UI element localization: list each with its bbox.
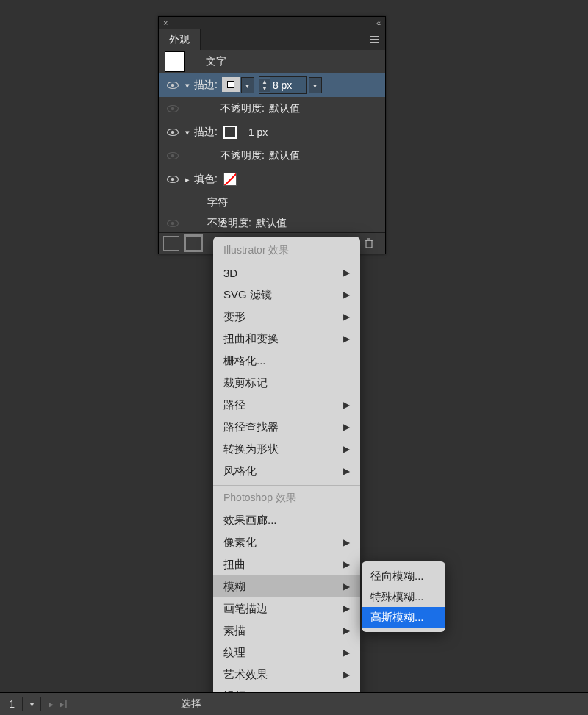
chevron-right-icon[interactable]: ▸ [181, 175, 194, 184]
fill-label: 填色: [194, 173, 218, 186]
footer-button-2[interactable] [184, 234, 203, 252]
menu-item[interactable]: 画笔描边▶ [213, 597, 360, 619]
menu-item[interactable]: 扭曲▶ [213, 553, 360, 575]
trash-icon[interactable] [362, 237, 376, 250]
submenu-arrow-icon: ▶ [343, 400, 350, 410]
menu-item-label: 画笔描边 [223, 602, 268, 616]
opacity-label: 不透明度: [220, 149, 265, 162]
appearance-panel: × « 外观 文字 ▾ 描边: ▾ ▲ ▼ ▾ [158, 16, 386, 254]
footer-button-1[interactable] [163, 236, 179, 251]
svg-point-12 [171, 178, 175, 182]
row-fill[interactable]: ▸ 填色: [159, 168, 385, 191]
fill-color-swatch-none[interactable] [223, 173, 237, 186]
menu-item[interactable]: 风格化▶ [213, 460, 360, 482]
menu-item[interactable]: 栅格化... [213, 350, 360, 372]
submenu-arrow-icon: ▶ [343, 444, 350, 454]
menu-item[interactable]: 扭曲和变换▶ [213, 328, 360, 350]
chevron-down-icon[interactable]: ▾ [181, 81, 194, 90]
menu-item[interactable]: 转换为形状▶ [213, 438, 360, 460]
menu-item[interactable]: 路径查找器▶ [213, 416, 360, 438]
menu-item[interactable]: SVG 滤镜▶ [213, 284, 360, 306]
visibility-icon[interactable] [165, 219, 181, 228]
menu-item-label: 效果画廊... [223, 514, 277, 528]
collapse-icon[interactable]: « [376, 18, 381, 27]
svg-point-4 [171, 84, 175, 87]
submenu-arrow-icon: ▶ [343, 581, 350, 592]
submenu-item[interactable]: 高斯模糊... [362, 607, 445, 628]
panel-menu-button[interactable] [365, 29, 385, 50]
submenu-arrow-icon: ▶ [343, 603, 350, 614]
menu-section-header-photoshop: Photoshop 效果 [213, 489, 360, 509]
stroke-width-dropdown[interactable]: ▾ [309, 77, 322, 93]
swatch-thumbnail [165, 51, 185, 72]
submenu-item[interactable]: 径向模糊... [362, 566, 445, 586]
row-text-type[interactable]: 文字 [159, 50, 385, 73]
menu-item-label: 转换为形状 [223, 442, 279, 456]
status-label: 选择 [181, 697, 201, 711]
submenu-item[interactable]: 特殊模糊... [362, 586, 445, 607]
menu-item[interactable]: 变形▶ [213, 306, 360, 328]
nav-prev-icon[interactable]: ▸ [46, 698, 57, 710]
menu-separator [213, 485, 360, 486]
menu-item-label: 扭曲和变换 [223, 332, 279, 346]
svg-point-14 [171, 222, 175, 226]
menu-item-label: 路径 [223, 398, 245, 412]
artboard-number: 1 [0, 698, 18, 710]
menu-item-label: 裁剪标记 [223, 376, 268, 390]
row-stroke-1[interactable]: ▾ 描边: ▾ ▲ ▼ ▾ [159, 73, 385, 97]
row-opacity-2[interactable]: ▾ 不透明度: 默认值 [159, 144, 385, 168]
panel-tabs: 外观 [159, 29, 385, 50]
artboard-dropdown[interactable]: ▾ [22, 697, 41, 711]
menu-item-label: SVG 滤镜 [223, 288, 272, 302]
visibility-icon[interactable] [165, 175, 181, 184]
menu-item[interactable]: 路径▶ [213, 394, 360, 416]
menu-item[interactable]: 模糊▶ [213, 575, 360, 597]
submenu-arrow-icon: ▶ [343, 334, 350, 344]
stroke-width-input[interactable] [270, 77, 306, 93]
blur-submenu: 径向模糊...特殊模糊...高斯模糊... [362, 561, 445, 632]
submenu-arrow-icon: ▶ [343, 290, 350, 300]
visibility-icon[interactable] [165, 128, 181, 137]
submenu-arrow-icon: ▶ [343, 422, 350, 432]
svg-rect-15 [366, 240, 372, 248]
tab-appearance[interactable]: 外观 [159, 29, 201, 50]
stepper-down-icon[interactable]: ▼ [259, 85, 270, 92]
menu-item-label: 扭曲 [223, 558, 245, 572]
row-stroke-2[interactable]: ▾ 描边: 1 px [159, 121, 385, 144]
opacity-value: 默认值 [269, 149, 300, 162]
opacity-value: 默认值 [269, 102, 300, 115]
menu-item[interactable]: 艺术效果▶ [213, 664, 360, 686]
row-glyphs[interactable]: ▾ 字符 [159, 191, 385, 215]
menu-item[interactable]: 效果画廊... [213, 509, 360, 531]
close-icon[interactable]: × [163, 18, 168, 27]
stepper-up-icon[interactable]: ▲ [259, 79, 270, 85]
menu-item[interactable]: 素描▶ [213, 619, 360, 642]
menu-item[interactable]: 裁剪标记 [213, 372, 360, 394]
menu-section-header-illustrator: Illustrator 效果 [213, 241, 360, 262]
menu-item-label: 像素化 [223, 536, 257, 550]
menu-item-label: 变形 [223, 310, 245, 324]
visibility-icon[interactable] [165, 151, 181, 160]
row-opacity-1[interactable]: ▾ 不透明度: 默认值 [159, 97, 385, 121]
menu-item[interactable]: 像素化▶ [213, 531, 360, 553]
stroke-label: 描边: [194, 126, 218, 139]
stroke-color-swatch[interactable] [222, 77, 240, 92]
svg-point-10 [171, 154, 175, 158]
opacity-label: 不透明度: [207, 217, 251, 230]
menu-item-label: 模糊 [223, 580, 245, 594]
stroke-width-value: 1 px [248, 126, 268, 138]
chevron-down-icon[interactable]: ▾ [181, 128, 194, 137]
visibility-icon[interactable] [165, 104, 181, 113]
submenu-arrow-icon: ▶ [343, 312, 350, 322]
menu-item[interactable]: 3D▶ [213, 262, 360, 284]
nav-next-icon[interactable]: ▸I [57, 698, 71, 710]
visibility-icon[interactable] [165, 81, 181, 90]
stroke-width-stepper[interactable]: ▲ ▼ [259, 76, 307, 94]
menu-item[interactable]: 纹理▶ [213, 642, 360, 664]
status-bar: 1 ▾ ▸ ▸I 选择 [0, 692, 588, 715]
panel-titlebar[interactable]: × « [159, 17, 385, 29]
row-opacity-3[interactable]: ▾ 不透明度: 默认值 [159, 215, 385, 232]
stroke-color-dropdown[interactable]: ▾ [241, 77, 254, 93]
stroke-color-swatch[interactable] [223, 126, 237, 139]
menu-item-label: 素描 [223, 624, 245, 638]
